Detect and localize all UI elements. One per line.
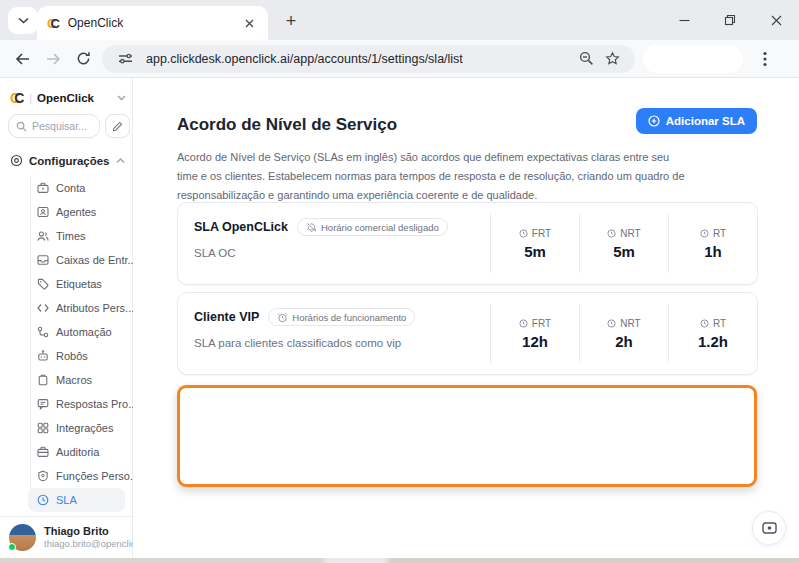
chevron-up-icon bbox=[116, 158, 125, 164]
sla-card-info: Cliente VIP Horários de funcionamento SL… bbox=[178, 293, 490, 374]
alarm-clock-icon bbox=[277, 312, 288, 323]
sidebar-item-label: Robôs bbox=[56, 350, 88, 362]
sidebar-item-macros[interactable]: Macros bbox=[0, 368, 132, 392]
chevron-down-icon bbox=[117, 95, 126, 101]
back-button[interactable] bbox=[8, 44, 38, 74]
sidebar-item-etiquetas[interactable]: Etiquetas bbox=[0, 272, 132, 296]
users-icon bbox=[37, 230, 49, 242]
app-area: CC | OpenClick Pesquisar... bbox=[0, 78, 799, 558]
sidebar-item-label: Integrações bbox=[56, 422, 113, 434]
sla-card-info: SLA OpenCLick Horário comercial desligad… bbox=[178, 203, 490, 284]
sidebar-divider bbox=[0, 516, 132, 517]
sidebar-item-sla[interactable]: SLA bbox=[28, 488, 125, 512]
timer-icon bbox=[607, 319, 616, 328]
metric-nrt: NRT 2h bbox=[579, 304, 668, 363]
metric-label-text: RT bbox=[713, 318, 726, 329]
sidebar-item-times[interactable]: Times bbox=[0, 224, 132, 248]
badge-label: Horários de funcionamento bbox=[292, 312, 406, 323]
sidebar-section-configuracoes[interactable]: Configurações bbox=[10, 154, 124, 167]
openclick-logo-icon: CC bbox=[10, 91, 24, 105]
metric-rt: RT 1h bbox=[668, 214, 757, 273]
browser-menu-icon[interactable] bbox=[753, 45, 777, 73]
metric-value: 1h bbox=[704, 243, 722, 260]
page-title: Acordo de Nível de Serviço bbox=[177, 115, 397, 135]
sla-metrics: FRT 5m NRT 5m bbox=[490, 203, 757, 284]
sidebar-item-robos[interactable]: Robôs bbox=[0, 344, 132, 368]
sidebar-item-integracoes[interactable]: Integrações bbox=[0, 416, 132, 440]
metric-frt: FRT 12h bbox=[490, 304, 579, 363]
tag-icon bbox=[37, 278, 49, 290]
sidebar-item-label: Agentes bbox=[56, 206, 96, 218]
section-label: Configurações bbox=[29, 155, 110, 167]
clipboard-icon bbox=[37, 374, 49, 386]
browser-toolbar: app.clickdesk.openclick.ai/app/accounts/… bbox=[0, 40, 799, 78]
sidebar-item-label: Conta bbox=[56, 182, 85, 194]
site-info-icon[interactable] bbox=[112, 46, 138, 72]
badge-label: Horário comercial desligado bbox=[321, 222, 439, 233]
minimize-button[interactable] bbox=[661, 0, 707, 40]
new-tab-button[interactable]: + bbox=[278, 8, 304, 34]
sidebar-item-auditoria[interactable]: Auditoria bbox=[0, 440, 132, 464]
address-bar[interactable]: app.clickdesk.openclick.ai/app/accounts/… bbox=[102, 45, 635, 73]
sidebar-item-conta[interactable]: Conta bbox=[0, 176, 132, 200]
sidebar-items: Conta Agentes Times Caixas de Entr... Et… bbox=[0, 176, 132, 512]
sidebar-item-label: Respostas Pro... bbox=[56, 398, 137, 410]
briefcase-icon bbox=[37, 182, 49, 194]
user-profile[interactable]: Thiago Brito thiago.brito@openclick... bbox=[9, 524, 128, 551]
divider: | bbox=[29, 92, 32, 104]
sidebar-item-automacao[interactable]: Automação bbox=[0, 320, 132, 344]
widget-launcher-button[interactable] bbox=[752, 511, 786, 545]
sla-card-list: SLA OpenCLick Horário comercial desligad… bbox=[177, 202, 758, 382]
metric-label-text: RT bbox=[713, 228, 726, 239]
workspace-name: OpenClick bbox=[37, 92, 117, 104]
sla-name: Cliente VIP bbox=[194, 310, 259, 324]
sidebar-item-label: Times bbox=[56, 230, 86, 242]
metric-frt: FRT 5m bbox=[490, 214, 579, 273]
add-sla-button[interactable]: Adicionar SLA bbox=[636, 108, 757, 134]
window-controls bbox=[661, 0, 799, 40]
sidebar-item-label: Atributos Pers... bbox=[56, 302, 134, 314]
sidebar-item-funcoes-personalizadas[interactable]: Funções Perso... bbox=[0, 464, 132, 488]
chat-icon bbox=[37, 398, 49, 410]
business-hours-badge: Horário comercial desligado bbox=[297, 218, 448, 236]
settings-gear-icon bbox=[10, 154, 23, 167]
sla-description: SLA OC bbox=[194, 247, 474, 259]
timer-icon bbox=[519, 229, 528, 238]
workspace-switcher[interactable]: CC | OpenClick bbox=[10, 91, 126, 105]
tab-search-button[interactable] bbox=[8, 7, 38, 34]
search-input[interactable]: Pesquisar... bbox=[8, 114, 100, 138]
zoom-out-icon[interactable] bbox=[573, 46, 599, 72]
sidebar-item-caixas-de-entrada[interactable]: Caixas de Entr... bbox=[0, 248, 132, 272]
online-status-dot bbox=[8, 543, 16, 551]
metric-label-text: NRT bbox=[620, 318, 640, 329]
sidebar-item-atributos-personalizados[interactable]: Atributos Pers... bbox=[0, 296, 132, 320]
sla-card-cliente-vip[interactable]: Cliente VIP Horários de funcionamento SL… bbox=[177, 292, 758, 375]
restore-button[interactable] bbox=[707, 0, 753, 40]
bookmark-star-icon[interactable] bbox=[599, 46, 625, 72]
sidebar-item-respostas-prontas[interactable]: Respostas Pro... bbox=[0, 392, 132, 416]
sla-metrics: FRT 12h NRT 2h bbox=[490, 293, 757, 374]
highlighted-empty-card[interactable] bbox=[177, 385, 757, 487]
search-placeholder: Pesquisar... bbox=[32, 120, 87, 132]
sidebar-search-row: Pesquisar... bbox=[8, 114, 130, 138]
compose-button[interactable] bbox=[105, 114, 130, 138]
forward-button[interactable] bbox=[38, 44, 68, 74]
tab-close-icon[interactable] bbox=[240, 14, 258, 32]
sidebar-item-label: Caixas de Entr... bbox=[56, 254, 137, 266]
profile-area[interactable] bbox=[643, 45, 743, 73]
browser-tab-openclick[interactable]: CC OpenClick bbox=[37, 6, 268, 40]
metric-label-text: NRT bbox=[620, 228, 640, 239]
openclick-favicon-icon: CC bbox=[47, 17, 60, 30]
reload-button[interactable] bbox=[68, 44, 98, 74]
sla-name: SLA OpenCLick bbox=[194, 220, 288, 234]
pencil-icon bbox=[112, 121, 123, 132]
sidebar-item-label: Etiquetas bbox=[56, 278, 102, 290]
main-content: Acordo de Nível de Serviço Adicionar SLA… bbox=[133, 78, 799, 558]
timer-icon bbox=[700, 229, 709, 238]
close-window-button[interactable] bbox=[753, 0, 799, 40]
sidebar-item-label: Auditoria bbox=[56, 446, 99, 458]
plus-circle-icon bbox=[648, 115, 660, 127]
sidebar-item-agentes[interactable]: Agentes bbox=[0, 200, 132, 224]
sidebar: CC | OpenClick Pesquisar... bbox=[0, 78, 133, 558]
sla-card-openclick[interactable]: SLA OpenCLick Horário comercial desligad… bbox=[177, 202, 758, 285]
